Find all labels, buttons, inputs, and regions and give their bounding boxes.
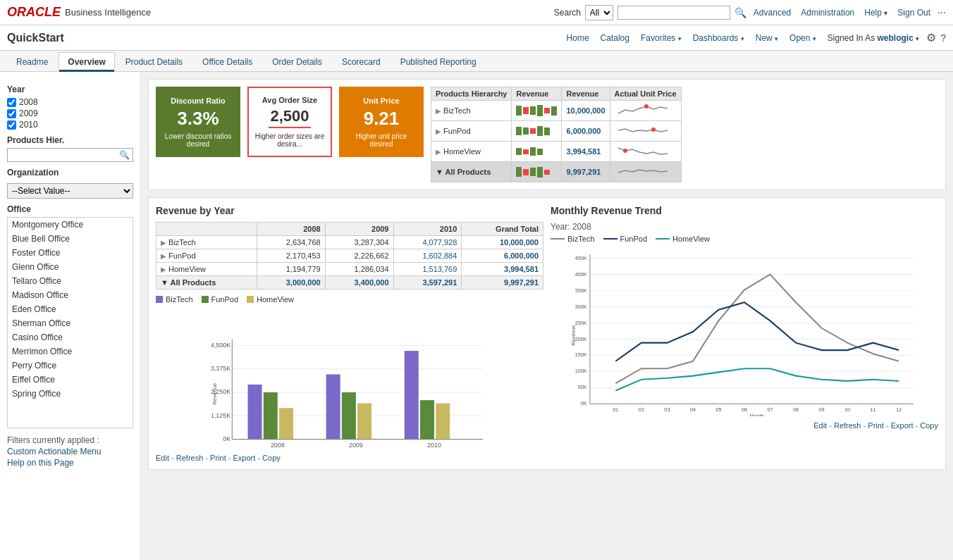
list-item[interactable]: Madison Office — [8, 288, 133, 302]
row-all-products: ▼ All Products — [156, 276, 257, 290]
expand-icon[interactable]: ▶ — [161, 252, 166, 260]
tab-published-reporting[interactable]: Published Reporting — [391, 52, 486, 71]
avg-order-value: 2,500 — [270, 107, 309, 125]
legend-funpod-color — [202, 296, 209, 303]
trend-export-link[interactable]: Export — [891, 421, 914, 430]
organization-select[interactable]: --Select Value-- — [7, 183, 133, 199]
expand-icon[interactable]: ▶ — [161, 266, 166, 273]
list-item[interactable]: Eden Office — [8, 302, 133, 316]
list-item[interactable]: Merrimon Office — [8, 344, 133, 359]
col-2010: 2010 — [393, 223, 462, 236]
catalog-link[interactable]: Catalog — [601, 33, 629, 43]
svg-text:09: 09 — [819, 406, 825, 413]
list-item[interactable]: Casino Office — [8, 330, 133, 344]
year-title: Year — [7, 85, 133, 94]
list-item[interactable]: Perry Office — [8, 359, 133, 373]
funpod-2009: 2,226,662 — [325, 249, 393, 263]
unit-price-kpi: Unit Price 9.21 Higher unit price desire… — [339, 87, 424, 157]
search-input[interactable] — [617, 6, 730, 20]
svg-rect-22 — [436, 404, 450, 440]
open-link[interactable]: Open ▾ — [789, 33, 816, 43]
content-area: Discount Ratio 3.3% Lower discount ratio… — [141, 72, 953, 560]
bar-chart-svg: 0K 1,125K 2,250K 3,375K 4,500K Revenue — [156, 308, 543, 449]
tab-overview[interactable]: Overview — [59, 52, 114, 72]
signed-in-area: Signed In As weblogic ▾ — [828, 33, 919, 43]
trend-print-link[interactable]: Print — [868, 421, 884, 430]
col-revenue-num: Revenue — [562, 87, 610, 101]
year-2008-label: 2008 — [19, 97, 38, 107]
col-products-hierarchy: Products Hierarchy — [431, 87, 512, 101]
help-page-link[interactable]: Help on this Page — [7, 458, 133, 468]
oracle-logo: ORACLE — [7, 5, 61, 20]
more-options-icon[interactable]: ⋯ — [937, 8, 946, 18]
biztech-total: 10,000,000 — [462, 236, 543, 249]
tab-scorecard[interactable]: Scorecard — [333, 52, 390, 71]
list-item[interactable]: Glenn Office — [8, 260, 133, 274]
all-2010: 3,597,291 — [393, 276, 462, 290]
tab-order-details[interactable]: Order Details — [263, 52, 331, 71]
discount-ratio-kpi: Discount Ratio 3.3% Lower discount ratio… — [156, 87, 240, 157]
trend-edit-link[interactable]: Edit — [813, 421, 827, 430]
year-2008-checkbox[interactable] — [7, 98, 16, 107]
dashboards-link[interactable]: Dashboards ▾ — [693, 33, 744, 43]
sign-out-link[interactable]: Sign Out — [897, 8, 930, 18]
cell-biztech-trend — [610, 101, 681, 121]
expand-icon[interactable]: ▶ — [436, 127, 441, 135]
search-icon[interactable]: 🔍 — [734, 7, 746, 18]
help-icon[interactable]: ? — [940, 32, 946, 44]
edit-link[interactable]: Edit — [156, 454, 169, 462]
trend-refresh-link[interactable]: Refresh — [834, 421, 861, 430]
bar-chart-actions: Edit - Refresh - Print - Export - Copy — [156, 454, 543, 462]
list-item[interactable]: Tellaro Office — [8, 274, 133, 288]
year-2009-row: 2009 — [7, 108, 133, 118]
year-2010-checkbox[interactable] — [7, 120, 16, 130]
svg-rect-20 — [405, 351, 419, 440]
col-revenue-bars: Revenue — [512, 87, 562, 101]
trend-copy-link[interactable]: Copy — [920, 421, 938, 430]
table-row: ▶ BizTech 2,634,768 3,287,304 4,077,928 … — [156, 236, 543, 249]
row-biztech: ▶ BizTech — [156, 236, 257, 249]
products-search-input[interactable] — [11, 150, 119, 160]
administration-link[interactable]: Administration — [801, 8, 854, 18]
expand-icon[interactable]: ▶ — [436, 148, 441, 156]
new-link[interactable]: New ▾ — [756, 33, 778, 43]
products-hierarchy-container: Products Hierarchy Revenue Revenue Actua… — [431, 87, 938, 182]
svg-text:06: 06 — [742, 406, 747, 413]
tab-office-details[interactable]: Office Details — [193, 52, 262, 71]
expand-icon[interactable]: ▶ — [161, 239, 166, 247]
expand-icon[interactable]: ▶ — [436, 107, 441, 115]
help-link[interactable]: Help ▾ — [864, 8, 887, 18]
copy-link[interactable]: Copy — [262, 454, 281, 462]
legend-homeview: HomeView — [247, 295, 294, 304]
list-item[interactable]: Montgomery Office — [8, 218, 133, 232]
tab-readme[interactable]: Readme — [7, 52, 57, 71]
list-item[interactable]: Blue Bell Office — [8, 232, 133, 246]
svg-text:200K: 200K — [575, 336, 587, 342]
year-2009-checkbox[interactable] — [7, 109, 16, 118]
home-link[interactable]: Home — [567, 33, 589, 43]
refresh-link[interactable]: Refresh — [176, 454, 204, 462]
tab-product-details[interactable]: Product Details — [116, 52, 192, 71]
favorites-link[interactable]: Favorites ▾ — [641, 33, 682, 43]
list-item[interactable]: Spring Office — [8, 387, 133, 401]
all-total: 9,997,291 — [462, 276, 543, 290]
svg-rect-16 — [279, 408, 293, 439]
list-item[interactable]: Eiffel Office — [8, 373, 133, 387]
unit-price-value: 9.21 — [364, 108, 400, 130]
legend-homeview-label: HomeView — [257, 295, 294, 304]
list-item[interactable]: Sherman Office — [8, 316, 133, 330]
username-link[interactable]: weblogic — [878, 33, 914, 43]
list-item[interactable]: Foster Office — [8, 246, 133, 260]
office-list[interactable]: Montgomery Office Blue Bell Office Foste… — [7, 217, 133, 428]
svg-text:11: 11 — [871, 406, 876, 413]
export-link[interactable]: Export — [233, 454, 256, 462]
discount-ratio-value: 3.3% — [177, 108, 219, 130]
gear-icon[interactable]: ⚙ — [926, 31, 936, 44]
print-link[interactable]: Print — [210, 454, 226, 462]
svg-text:Revenue: Revenue — [570, 325, 577, 346]
legend-biztech: BizTech — [156, 295, 193, 304]
advanced-link[interactable]: Advanced — [754, 8, 791, 18]
custom-menu-link[interactable]: Custom Actionable Menu — [7, 447, 133, 456]
sidebar-footer: Filters currently applied : Custom Actio… — [7, 435, 133, 468]
search-dropdown[interactable]: All — [585, 5, 613, 20]
